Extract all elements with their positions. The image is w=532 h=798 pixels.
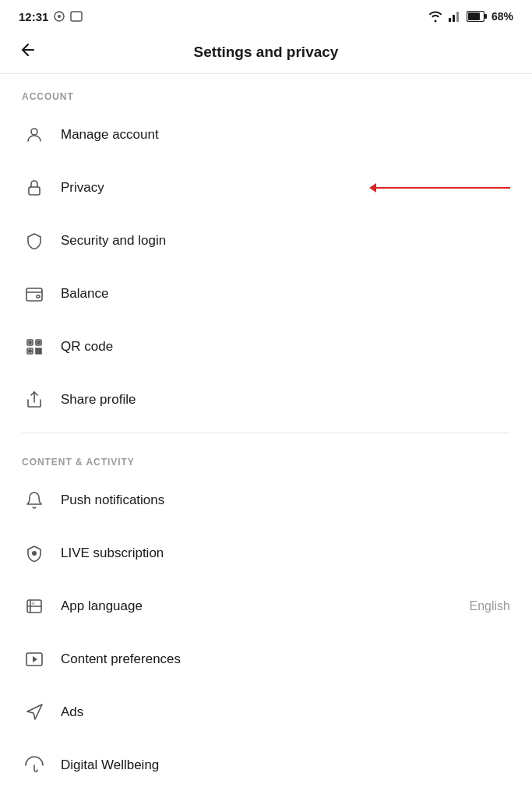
digital-wellbeing-label: Digital Wellbeing — [61, 757, 510, 773]
page-title: Settings and privacy — [194, 44, 339, 61]
app-language-label: App language — [61, 598, 470, 614]
content-section-label: CONTENT & ACTIVITY — [0, 440, 532, 474]
home-indicator — [0, 792, 532, 798]
menu-item-qr-code[interactable]: QR code — [0, 320, 532, 373]
svg-rect-22 — [39, 351, 41, 354]
menu-item-live-subscription[interactable]: LIVE subscription — [0, 527, 532, 580]
person-icon — [22, 122, 47, 147]
status-time: 12:31 — [19, 10, 83, 23]
menu-item-app-language[interactable]: A App language English — [0, 580, 532, 633]
menu-item-balance[interactable]: Balance — [0, 267, 532, 320]
share-icon — [22, 387, 47, 412]
qr-code-label: QR code — [61, 339, 510, 355]
app-language-value: English — [470, 599, 510, 613]
svg-rect-4 — [453, 15, 455, 22]
content-preferences-icon — [22, 647, 47, 672]
lock-icon — [22, 175, 47, 200]
svg-rect-6 — [456, 12, 459, 22]
svg-rect-23 — [36, 351, 38, 354]
wallet-icon — [22, 281, 47, 306]
svg-point-10 — [31, 129, 37, 135]
live-subscription-label: LIVE subscription — [61, 546, 510, 561]
svg-text:A: A — [32, 601, 35, 606]
svg-point-1 — [58, 15, 61, 18]
menu-item-security-login[interactable]: Security and login — [0, 214, 532, 267]
privacy-annotation-arrow — [370, 187, 510, 189]
menu-item-manage-account[interactable]: Manage account — [0, 108, 532, 161]
svg-rect-13 — [37, 295, 40, 298]
battery-percent: 68% — [491, 10, 513, 23]
push-notifications-label: Push notifications — [61, 493, 510, 508]
status-icons: 68% — [428, 10, 513, 23]
qr-code-icon — [22, 334, 47, 359]
balance-label: Balance — [61, 286, 510, 302]
menu-item-ads[interactable]: Ads — [0, 686, 532, 739]
svg-rect-19 — [29, 350, 31, 352]
menu-item-share-profile[interactable]: Share profile — [0, 373, 532, 426]
menu-item-digital-wellbeing[interactable]: Digital Wellbeing — [0, 739, 532, 792]
manage-account-label: Manage account — [61, 127, 510, 143]
share-profile-label: Share profile — [61, 392, 510, 408]
menu-item-push-notifications[interactable]: Push notifications — [0, 474, 532, 527]
account-section: ACCOUNT Manage account Privacy Security … — [0, 74, 532, 426]
svg-rect-2 — [71, 12, 82, 21]
svg-rect-8 — [468, 12, 480, 20]
svg-marker-32 — [33, 656, 37, 662]
page-header: Settings and privacy — [0, 31, 532, 74]
account-section-label: ACCOUNT — [0, 74, 532, 108]
svg-rect-12 — [26, 288, 42, 301]
svg-point-26 — [32, 551, 37, 556]
svg-rect-17 — [29, 341, 31, 344]
svg-rect-9 — [484, 14, 487, 19]
security-login-label: Security and login — [61, 233, 510, 249]
section-divider — [22, 433, 510, 433]
svg-rect-11 — [29, 187, 40, 195]
bell-icon — [22, 488, 47, 513]
svg-rect-21 — [36, 348, 38, 351]
shield-icon — [22, 228, 47, 253]
svg-rect-24 — [39, 348, 41, 351]
content-preferences-label: Content preferences — [61, 651, 510, 667]
menu-item-privacy[interactable]: Privacy — [0, 161, 532, 214]
language-icon: A — [22, 594, 47, 619]
umbrella-icon — [22, 753, 47, 778]
menu-item-content-preferences[interactable]: Content preferences — [0, 633, 532, 686]
status-bar: 12:31 68% — [0, 0, 532, 31]
svg-rect-18 — [37, 341, 40, 344]
back-button[interactable] — [19, 41, 37, 64]
ads-label: Ads — [61, 704, 510, 720]
live-subscription-icon — [22, 541, 47, 566]
svg-rect-3 — [449, 18, 451, 22]
content-section: CONTENT & ACTIVITY Push notifications LI… — [0, 440, 532, 792]
ads-icon — [22, 700, 47, 725]
